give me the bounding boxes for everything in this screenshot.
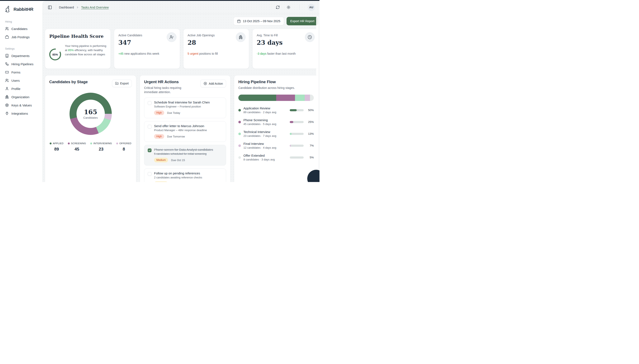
export-button[interactable]: Export — [112, 80, 132, 87]
legend-dot — [90, 142, 92, 144]
stat-value: 23 days — [257, 39, 314, 46]
sidebar-item-integrations[interactable]: Integrations — [4, 110, 39, 117]
sidebar-item-label: Departments — [12, 54, 30, 58]
urgent-actions-title: Urgent HR Actions — [144, 80, 191, 84]
task-title: Schedule final interview for Sarah Chen — [154, 100, 210, 104]
task-list: Schedule final interview for Sarah Chen … — [144, 98, 226, 182]
sidebar-section-hiring: Hiring — [5, 20, 39, 23]
organization-icon — [5, 95, 9, 99]
task-checkbox[interactable] — [148, 101, 152, 105]
sidebar-item-profile[interactable]: Profile — [4, 85, 39, 92]
legend-dot — [116, 142, 118, 144]
export-hr-report-button[interactable]: Export HR Report — [286, 17, 318, 25]
sidebar-item-job-postings[interactable]: Job Postings — [4, 34, 39, 40]
sidebar-item-label: Integrations — [12, 112, 28, 115]
stage-dot — [238, 132, 241, 135]
users-icon — [5, 78, 9, 82]
sidebar-section-settings: Settings — [5, 47, 39, 50]
stage-progress-bar — [290, 133, 304, 135]
task-checkbox[interactable] — [148, 125, 152, 128]
task-title: Phone screen for Data Analyst candidates — [154, 148, 213, 152]
sidebar: RabbitHR Hiring Candidates Job Postings … — [0, 1, 42, 182]
stage-dot — [238, 156, 241, 159]
task-title: Send offer letter to Marcus Johnson — [154, 124, 207, 128]
date-range-picker[interactable]: 13 Oct 2025 – 09 Nov 2025 — [233, 17, 284, 25]
sidebar-toggle-button[interactable] — [47, 4, 53, 10]
candidates-by-stage-card: Candidates by Stage Export 165 Candidate… — [45, 75, 136, 182]
divider — [299, 5, 300, 10]
sidebar-item-forms[interactable]: Forms — [4, 69, 39, 76]
calendar-icon — [237, 20, 241, 23]
top-bar: Dashboard Tasks And Overview AU — [42, 1, 320, 14]
candidates-donut-chart: 165 Candidates — [70, 93, 112, 135]
divider — [56, 5, 56, 10]
stacked-bar-segment — [305, 94, 310, 101]
toolbar: 13 Oct 2025 – 09 Nov 2025 Export HR Repo… — [45, 17, 318, 25]
breadcrumb-dashboard[interactable]: Dashboard — [59, 6, 74, 9]
sidebar-item-label: Organization — [12, 95, 29, 99]
pipeline-health-card: Pipeline Health Score 85% Your hiring pi… — [45, 29, 111, 69]
sidebar-item-hiring-pipelines[interactable]: Hiring Pipelines — [4, 60, 39, 67]
sidebar-item-label: Job Postings — [12, 35, 30, 39]
priority-badge: Medium — [154, 158, 168, 162]
refresh-icon[interactable] — [275, 4, 281, 10]
sidebar-item-users[interactable]: Users — [4, 77, 39, 84]
breadcrumb-current[interactable]: Tasks And Overview — [81, 6, 109, 9]
task-row[interactable]: Schedule final interview for Sarah Chen … — [144, 98, 226, 118]
stacked-bar-segment — [238, 94, 276, 101]
add-action-button[interactable]: Add Action — [200, 80, 226, 88]
stacked-bar-segment — [295, 94, 305, 101]
building-icon — [5, 54, 9, 58]
due-label: Due Oct 15 — [171, 158, 185, 162]
stage-row-offer-extended: Offer Extended 8 candidates · 3 days avg… — [238, 154, 314, 161]
window-top-strip — [0, 0, 320, 1]
task-title: Follow up on pending references — [154, 172, 202, 175]
folder-export-icon — [115, 82, 119, 85]
task-checkbox-checked[interactable] — [148, 148, 152, 152]
scrollbar[interactable] — [316, 16, 319, 181]
priority-badge: High — [154, 134, 164, 139]
candidates-by-stage-title: Candidates by Stage — [49, 80, 88, 84]
rabbit-logo-icon — [4, 6, 12, 13]
task-row[interactable]: Follow up on pending references 2 candid… — [144, 168, 226, 182]
pipeline-flow-subtitle: Candidate distribution across hiring sta… — [238, 86, 314, 90]
health-description: Your hiring pipeline is performing at 85… — [65, 44, 106, 60]
user-icon — [5, 87, 9, 90]
priority-badge: High — [154, 110, 164, 115]
briefcase-icon — [5, 35, 9, 39]
breadcrumb: Dashboard Tasks And Overview — [59, 6, 109, 9]
brand: RabbitHR — [4, 6, 39, 13]
task-row[interactable]: Send offer letter to Marcus Johnson Prod… — [144, 121, 226, 142]
task-subtitle: Software Engineer – Frontend position — [154, 105, 210, 108]
legend-item-applied: APPLIED 89 — [50, 142, 64, 152]
priority-badge: Medium — [154, 181, 168, 182]
sidebar-item-label: Profile — [12, 87, 21, 90]
sidebar-item-label: Candidates — [12, 27, 28, 30]
stat-subtitle: -3 days faster than last month — [257, 52, 314, 55]
legend-item-screening: SCREENING 45 — [68, 142, 86, 152]
sidebar-item-departments[interactable]: Departments — [4, 52, 39, 59]
sidebar-item-organization[interactable]: Organization — [4, 94, 39, 100]
stage-row-final-interview: Final Interview 12 candidates · 4 days a… — [238, 142, 314, 149]
stage-progress-bar — [290, 156, 304, 158]
legend-item-interviewing: INTERVIEWING 23 — [90, 142, 112, 152]
pipeline-stage-list: Application Review 89 candidates · 2 day… — [238, 106, 314, 161]
app-title: RabbitHR — [14, 7, 33, 12]
sidebar-item-candidates[interactable]: Candidates — [4, 25, 39, 32]
plus-circle-icon — [203, 82, 207, 85]
theme-sun-icon[interactable] — [286, 4, 291, 10]
stage-progress-bar — [290, 109, 304, 111]
sidebar-item-label: Hiring Pipelines — [12, 62, 33, 66]
health-card-title: Pipeline Health Score — [49, 34, 106, 39]
urgent-actions-subtitle: Critical hiring tasks requiring immediat… — [144, 86, 191, 94]
task-row-completed[interactable]: Phone screen for Data Analyst candidates… — [144, 145, 226, 166]
stage-row-technical-interview: Technical Interview 23 candidates · 7 da… — [238, 130, 314, 138]
gear-icon — [5, 103, 9, 107]
sidebar-item-keys-values[interactable]: Keys & Values — [4, 102, 39, 108]
user-avatar[interactable]: AU — [308, 4, 315, 11]
form-icon — [5, 70, 9, 74]
stage-row-application-review: Application Review 89 candidates · 2 day… — [238, 106, 314, 114]
task-checkbox[interactable] — [148, 172, 152, 176]
task-subtitle: Product Manager – 48hr response deadline — [154, 128, 207, 132]
stat-value: 28 — [188, 39, 245, 46]
